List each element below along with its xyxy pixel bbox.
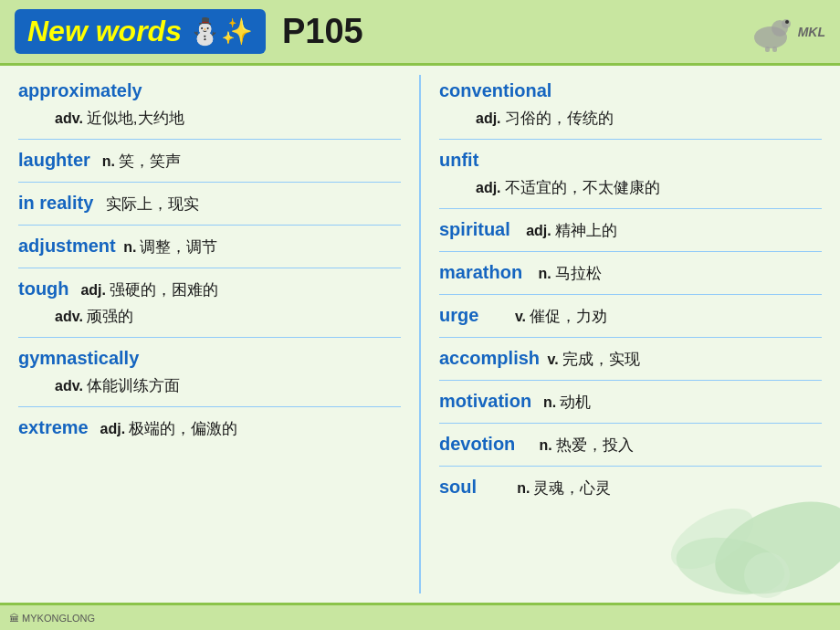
word-laughter: laughter bbox=[18, 144, 90, 175]
def-accomplish: 完成，实现 bbox=[562, 347, 640, 373]
entry-conventional: conventional adj. 习俗的，传统的 bbox=[439, 75, 822, 132]
word-adjustment: adjustment bbox=[18, 230, 116, 261]
pos-n: n. bbox=[120, 235, 137, 259]
def-tough-2: 顽强的 bbox=[87, 304, 133, 331]
word-conventional: conventional bbox=[439, 75, 551, 106]
term-row: conventional bbox=[439, 75, 822, 106]
entry-laughter: laughter n. 笑，笑声 bbox=[18, 144, 401, 175]
pos-n4: n. bbox=[519, 433, 551, 457]
def-marathon: 马拉松 bbox=[555, 261, 602, 288]
entry-soul: soul n. 灵魂，心灵 bbox=[439, 471, 822, 502]
word-gymnastically: gymnastically bbox=[18, 342, 139, 373]
word-motivation: motivation bbox=[439, 385, 531, 416]
pos-n3: n. bbox=[535, 390, 556, 415]
def-conventional: 习俗的，传统的 bbox=[505, 106, 614, 132]
entry-in-reality: in reality 实际上，现实 bbox=[18, 187, 401, 218]
svg-rect-4 bbox=[765, 47, 770, 52]
term-row: spiritual adj. 精神上的 bbox=[439, 214, 822, 245]
divider-line bbox=[18, 139, 401, 140]
term-row: tough adj. 强硬的，困难的 bbox=[18, 273, 401, 304]
term-row: motivation n. 动机 bbox=[439, 385, 822, 416]
def-row: adj. 习俗的，传统的 bbox=[439, 106, 822, 132]
def-row-2: adv. 顽强的 bbox=[18, 304, 401, 331]
entry-unfit: unfit adj. 不适宜的，不太健康的 bbox=[439, 144, 822, 202]
word-urge: urge bbox=[439, 299, 478, 331]
word-unfit: unfit bbox=[439, 144, 478, 175]
pos-adv3: adv. bbox=[55, 373, 83, 398]
term-row: laughter n. 笑，笑声 bbox=[18, 144, 401, 175]
def-adjustment: 调整，调节 bbox=[140, 235, 217, 261]
entry-motivation: motivation n. 动机 bbox=[439, 385, 822, 416]
pos-adj2: adj. bbox=[92, 416, 125, 441]
divider-line bbox=[18, 406, 401, 407]
logo-text: MKL bbox=[798, 25, 825, 39]
def-in-reality: 实际上，现实 bbox=[97, 192, 198, 218]
pos-adj4: adj. bbox=[476, 175, 501, 200]
word-extreme: extreme bbox=[18, 412, 89, 443]
term-row: extreme adj. 极端的，偏激的 bbox=[18, 412, 401, 443]
main-content: approximately adv. 近似地,大约地 laughter n. 笑… bbox=[0, 66, 840, 603]
def-tough: 强硬的，困难的 bbox=[110, 278, 218, 304]
entry-devotion: devotion n. 热爱，投入 bbox=[439, 428, 822, 459]
entry-gymnastically: gymnastically adv. 体能训练方面 bbox=[18, 342, 401, 400]
pos-adj3: adj. bbox=[476, 106, 501, 131]
divider-line bbox=[439, 294, 822, 295]
snowman-icon: ⛄✨ bbox=[189, 16, 253, 47]
page-header: New words ⛄✨ P105 MKL bbox=[0, 0, 840, 66]
page-number: P105 bbox=[282, 12, 363, 51]
def-spiritual: 精神上的 bbox=[555, 218, 617, 245]
term-row: devotion n. 热爱，投入 bbox=[439, 428, 822, 459]
divider-line bbox=[439, 337, 822, 338]
entry-urge: urge v. 催促，力劝 bbox=[439, 299, 822, 331]
def-row: adj. 不适宜的，不太健康的 bbox=[439, 175, 822, 202]
logo-area: MKL bbox=[747, 12, 825, 52]
def-row: adv. 近似地,大约地 bbox=[18, 106, 401, 132]
word-spiritual: spiritual bbox=[439, 214, 510, 245]
entry-approximately: approximately adv. 近似地,大约地 bbox=[18, 75, 401, 132]
word-in-reality: in reality bbox=[18, 187, 93, 218]
def-urge: 催促，力劝 bbox=[530, 304, 607, 331]
entry-tough: tough adj. 强硬的，困难的 adv. 顽强的 bbox=[18, 273, 401, 331]
def-laughter: 笑，笑声 bbox=[119, 149, 181, 175]
def-motivation: 动机 bbox=[560, 390, 591, 416]
divider-line bbox=[439, 139, 822, 140]
term-row: adjustment n. 调整，调节 bbox=[18, 230, 401, 261]
left-column: approximately adv. 近似地,大约地 laughter n. 笑… bbox=[18, 75, 401, 593]
word-approximately: approximately bbox=[18, 75, 142, 106]
dino-logo-icon bbox=[747, 12, 794, 52]
term-row: urge v. 催促，力劝 bbox=[439, 299, 822, 331]
divider-line bbox=[18, 337, 401, 338]
term-row: unfit bbox=[439, 144, 822, 175]
word-tough: tough bbox=[18, 273, 69, 304]
svg-point-3 bbox=[785, 20, 789, 24]
word-accomplish: accomplish bbox=[439, 342, 540, 373]
divider-line bbox=[18, 268, 401, 268]
divider-line bbox=[439, 208, 822, 209]
pos-adj: adj. bbox=[73, 278, 106, 302]
def-approximately: 近似地,大约地 bbox=[87, 106, 184, 132]
new-words-title: New words bbox=[27, 15, 182, 48]
term-row: accomplish v. 完成，实现 bbox=[439, 342, 822, 373]
divider-line bbox=[18, 225, 401, 226]
term-row: gymnastically bbox=[18, 342, 401, 373]
divider-line bbox=[439, 423, 822, 424]
word-devotion: devotion bbox=[439, 428, 515, 459]
pos-n: n. bbox=[94, 149, 115, 173]
entry-adjustment: adjustment n. 调整，调节 bbox=[18, 230, 401, 261]
title-box: New words ⛄✨ bbox=[15, 9, 266, 54]
entry-marathon: marathon n. 马拉松 bbox=[439, 257, 822, 288]
term-row: marathon n. 马拉松 bbox=[439, 257, 822, 288]
def-soul: 灵魂，心灵 bbox=[533, 476, 611, 502]
pos-v2: v. bbox=[543, 347, 559, 372]
term-row: soul n. 灵魂，心灵 bbox=[439, 471, 822, 502]
def-devotion: 热爱，投入 bbox=[556, 433, 634, 459]
divider-line bbox=[439, 466, 822, 467]
def-unfit: 不适宜的，不太健康的 bbox=[505, 175, 660, 202]
pos-n5: n. bbox=[480, 476, 530, 500]
divider-line bbox=[439, 380, 822, 381]
pos-adj5: adj. bbox=[514, 218, 551, 243]
term-row: in reality 实际上，现实 bbox=[18, 187, 401, 218]
entry-accomplish: accomplish v. 完成，实现 bbox=[439, 342, 822, 373]
def-row: adv. 体能训练方面 bbox=[18, 373, 401, 400]
svg-rect-5 bbox=[772, 47, 777, 52]
